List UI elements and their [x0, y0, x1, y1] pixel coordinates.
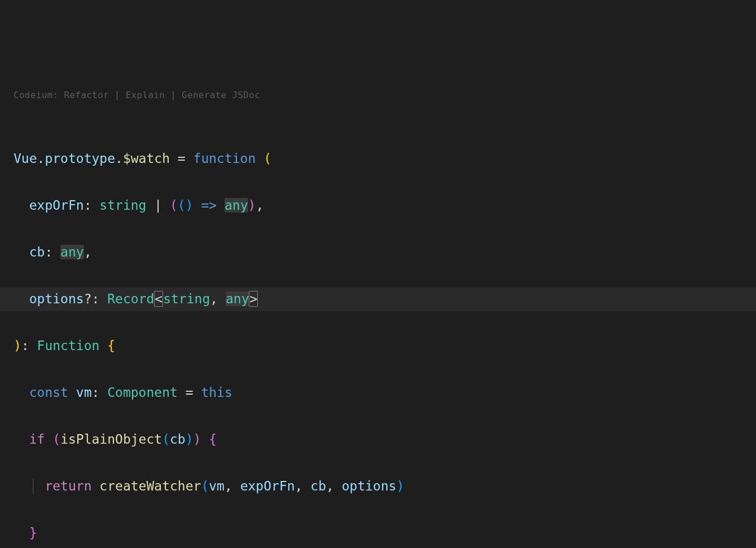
code-token: ) — [248, 198, 256, 213]
code-token: { — [107, 338, 115, 353]
code-token: createWatcher — [99, 479, 201, 493]
code-token: = — [170, 151, 194, 166]
code-token: any — [60, 245, 84, 259]
code-token: ( — [178, 198, 186, 213]
code-token — [194, 198, 201, 213]
code-token: ) — [186, 198, 194, 213]
code-token: string — [99, 198, 146, 213]
code-token: } — [29, 525, 37, 540]
code-token: ) — [186, 432, 194, 447]
code-token: vm — [76, 385, 92, 400]
code-token: Record — [107, 291, 154, 306]
code-token: const — [29, 385, 68, 400]
code-token: , — [210, 291, 226, 306]
code-line[interactable]: const vm: Component = this — [14, 381, 756, 405]
indent-guide: │ — [29, 479, 45, 493]
code-token: ) — [397, 479, 405, 493]
code-token: expOrFn — [29, 198, 84, 213]
code-token: $watch — [123, 151, 170, 166]
code-token: : — [45, 245, 60, 259]
code-token: vm — [209, 479, 225, 493]
code-token: prototype — [45, 151, 115, 166]
code-token: > — [249, 291, 258, 307]
code-token: cb — [170, 432, 186, 447]
code-token: this — [201, 385, 232, 400]
code-token: Function — [37, 338, 100, 353]
code-line[interactable]: ): Function { — [14, 334, 756, 358]
code-token: , — [295, 479, 311, 493]
code-token: isPlainObject — [60, 432, 162, 447]
code-token: options — [29, 291, 84, 306]
code-token: : — [21, 338, 37, 353]
code-token: => — [201, 198, 217, 213]
code-token: Vue — [14, 151, 37, 166]
code-line[interactable]: if (isPlainObject(cb)) { — [14, 428, 756, 452]
code-token — [201, 432, 209, 447]
code-line[interactable]: options?: Record<string, any> — [0, 288, 756, 311]
code-token: ( — [170, 198, 178, 213]
code-token — [68, 385, 76, 400]
code-token — [99, 338, 107, 353]
code-line[interactable]: │ return createWatcher(vm, expOrFn, cb, … — [14, 475, 756, 498]
code-editor[interactable]: Vue.prototype.$watch = function ( expOrF… — [0, 147, 756, 548]
code-line[interactable]: expOrFn: string | (() => any), — [14, 194, 756, 218]
code-token — [256, 151, 263, 166]
code-lens-row: Codeium: Refactor | Explain | Generate J… — [0, 90, 756, 100]
code-token — [92, 479, 100, 493]
code-line[interactable]: Vue.prototype.$watch = function ( — [14, 147, 756, 171]
code-token: : — [84, 198, 100, 213]
code-token: any — [226, 291, 249, 306]
code-token: ( — [162, 432, 170, 447]
code-line[interactable]: cb: any, — [14, 241, 756, 264]
code-token: . — [37, 151, 45, 166]
code-token: Component — [107, 385, 178, 400]
code-token: , — [256, 198, 263, 213]
code-token: if — [29, 432, 45, 447]
code-token: ?: — [84, 291, 108, 306]
code-token — [45, 432, 52, 447]
code-token: , — [326, 479, 342, 493]
code-line[interactable]: } — [14, 522, 756, 545]
code-token: options — [342, 479, 397, 493]
code-token: ( — [263, 151, 271, 166]
code-token: any — [225, 198, 248, 213]
code-token: ( — [201, 479, 209, 493]
code-token: : — [92, 385, 108, 400]
codelens-refactor[interactable]: Codeium: Refactor — [14, 90, 109, 100]
code-token: cb — [29, 245, 45, 259]
code-token: , — [84, 245, 92, 259]
code-token: function — [194, 151, 256, 166]
code-token: return — [45, 479, 91, 493]
codelens-jsdoc[interactable]: Generate JSDoc — [182, 90, 260, 100]
code-token: , — [225, 479, 240, 493]
code-token: ) — [14, 338, 21, 353]
code-token: string — [163, 291, 210, 306]
code-token: ( — [52, 432, 60, 447]
code-token: = — [178, 385, 201, 400]
code-token: . — [115, 151, 123, 166]
code-token: | — [146, 198, 170, 213]
code-token: expOrFn — [240, 479, 295, 493]
code-token: ) — [194, 432, 201, 447]
code-token: { — [209, 432, 217, 447]
code-token — [217, 198, 225, 213]
code-token: cb — [310, 479, 326, 493]
codelens-explain[interactable]: Explain — [126, 90, 165, 100]
code-token: < — [154, 291, 163, 307]
